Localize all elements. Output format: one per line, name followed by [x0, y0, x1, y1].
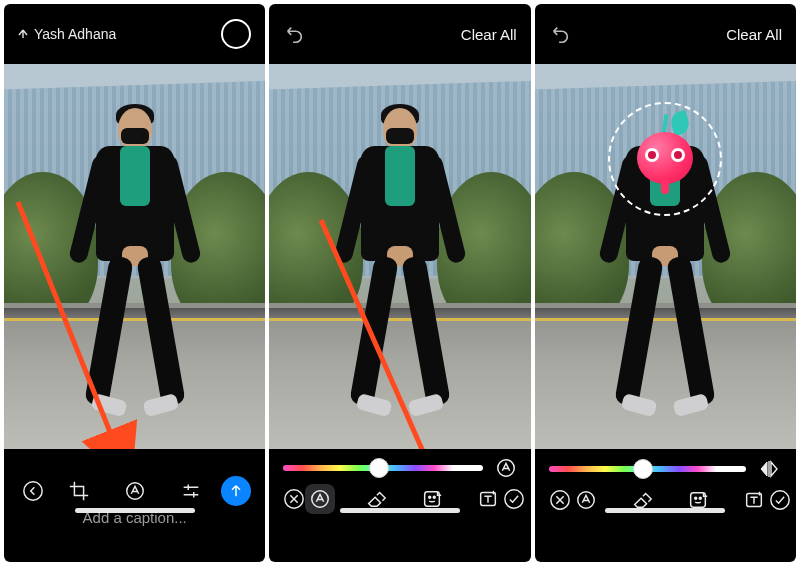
send-button[interactable]: [221, 476, 251, 506]
svg-point-18: [770, 491, 788, 509]
undo-button[interactable]: [549, 23, 571, 45]
panel-markup: Clear All: [269, 4, 530, 562]
markup-icon[interactable]: [120, 476, 150, 506]
hue-thumb[interactable]: [369, 458, 389, 478]
topbar: Yash Adhana: [4, 4, 265, 64]
pen-style-icon[interactable]: [495, 457, 517, 479]
cancel-button[interactable]: [283, 484, 305, 514]
cancel-button[interactable]: [549, 485, 571, 515]
compose-footer: Add a caption...: [4, 449, 265, 519]
markup-pen-icon[interactable]: [571, 485, 601, 515]
svg-point-1: [24, 482, 42, 500]
home-indicator[interactable]: [340, 508, 460, 513]
photo-preview[interactable]: [4, 64, 265, 449]
person: [605, 114, 725, 414]
text-icon[interactable]: [473, 484, 503, 514]
photo-preview[interactable]: [269, 64, 530, 449]
recipient-name: Yash Adhana: [34, 26, 116, 42]
clear-all-button[interactable]: Clear All: [726, 26, 782, 43]
markup-pen-icon[interactable]: [305, 484, 335, 514]
flip-icon[interactable]: [758, 457, 782, 481]
person: [75, 114, 195, 414]
confirm-button[interactable]: [769, 485, 791, 515]
hue-slider[interactable]: [549, 466, 746, 472]
cherry-sticker[interactable]: [631, 114, 699, 188]
home-indicator[interactable]: [75, 508, 195, 513]
hue-slider[interactable]: [283, 465, 482, 471]
panel-sticker: Clear All: [535, 4, 796, 562]
shutter-ring-icon[interactable]: [221, 19, 251, 49]
adjust-icon[interactable]: [176, 476, 206, 506]
toolbar: [4, 463, 265, 519]
markup-toolbar: [535, 481, 796, 519]
panel-compose: Yash Adhana Add a caption...: [4, 4, 265, 562]
recipient-chip[interactable]: Yash Adhana: [18, 26, 116, 42]
sticker-footer: [535, 449, 796, 519]
svg-point-11: [505, 490, 523, 508]
hue-thumb[interactable]: [633, 459, 653, 479]
topbar: Clear All: [535, 4, 796, 64]
clear-all-button[interactable]: Clear All: [461, 26, 517, 43]
text-icon[interactable]: [739, 485, 769, 515]
home-indicator[interactable]: [605, 508, 725, 513]
color-slider-row: [535, 449, 796, 481]
svg-point-15: [694, 497, 696, 499]
triptych: Yash Adhana Add a caption...: [0, 0, 800, 566]
person: [340, 114, 460, 414]
svg-point-16: [699, 497, 701, 499]
photo-preview[interactable]: [535, 64, 796, 449]
markup-toolbar: [269, 479, 530, 519]
markup-footer: [269, 449, 530, 519]
topbar: Clear All: [269, 4, 530, 64]
svg-point-8: [429, 496, 431, 498]
crop-icon[interactable]: [64, 476, 94, 506]
color-slider-row: [269, 449, 530, 479]
undo-button[interactable]: [283, 23, 305, 45]
svg-point-9: [434, 496, 436, 498]
confirm-button[interactable]: [503, 484, 525, 514]
back-button[interactable]: [18, 476, 48, 506]
up-arrow-icon: [18, 29, 28, 39]
